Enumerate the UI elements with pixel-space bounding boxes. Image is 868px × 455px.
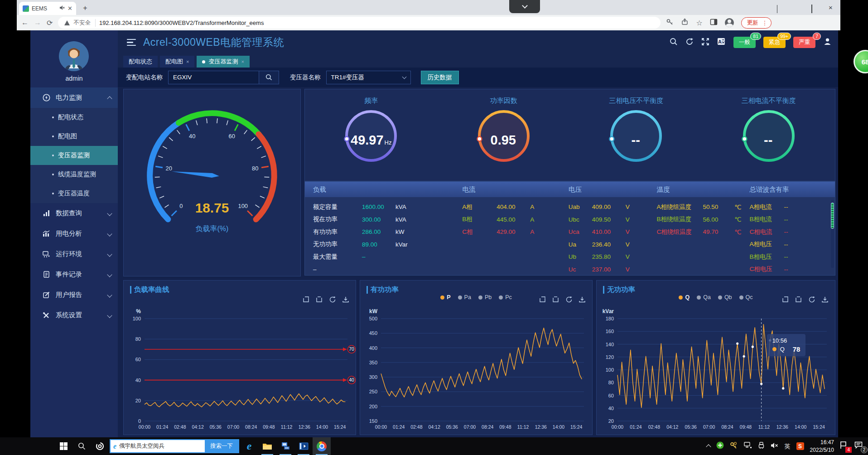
- fullscreen-icon[interactable]: [701, 38, 709, 48]
- search-icon[interactable]: [670, 38, 678, 48]
- svg-text:100: 100: [238, 203, 248, 209]
- tab-search-chevron-button[interactable]: [509, 0, 540, 13]
- station-input[interactable]: [169, 74, 259, 81]
- taskbar-clock[interactable]: 16:47 2022/5/10: [810, 439, 834, 453]
- restore-button[interactable]: [811, 5, 817, 10]
- overlay-counter-badge[interactable]: 68: [854, 50, 868, 73]
- input-language-indicator[interactable]: 英: [785, 442, 791, 450]
- transformer-select[interactable]: TR1#变压器: [326, 71, 411, 84]
- reload-icon[interactable]: ⟳: [47, 19, 53, 27]
- bookmark-star-icon[interactable]: ☆: [696, 19, 702, 27]
- notification-flag-icon[interactable]: 4: [840, 441, 849, 451]
- tab-transformer-monitor[interactable]: 变压器监测×: [197, 56, 249, 68]
- tab-distribution-diagram[interactable]: 配电图×: [160, 56, 194, 68]
- internet-explorer-icon[interactable]: e: [240, 437, 258, 455]
- legend-item-Qb[interactable]: Qb: [718, 294, 732, 300]
- zoom-restore-icon[interactable]: [539, 296, 546, 303]
- badge-count: 7: [813, 33, 821, 40]
- audio-muted-icon[interactable]: [59, 5, 65, 12]
- legend-item-P[interactable]: P: [440, 294, 450, 300]
- sidebar-item-transformer-temperature[interactable]: 变压器温度: [30, 184, 118, 203]
- alarm-badge-urgent[interactable]: 紧急99+: [763, 37, 786, 48]
- refresh-icon[interactable]: [565, 296, 573, 303]
- alarm-badge-critical[interactable]: 严重7: [793, 37, 815, 48]
- sidebar-item-operating-environment[interactable]: 运行环境: [30, 244, 118, 264]
- sidebar-item-cable-temperature[interactable]: 线缆温度监测: [30, 165, 118, 184]
- chrome-update-button[interactable]: 更新 ⋮: [741, 17, 772, 29]
- legend-item-Q[interactable]: Q: [679, 294, 690, 300]
- cortana-icon[interactable]: [91, 437, 109, 455]
- sogou-input-icon[interactable]: S: [796, 442, 804, 450]
- user-avatar[interactable]: [59, 41, 89, 71]
- table-row: –: [313, 263, 454, 276]
- sidebar-item-user-report[interactable]: 用户报告: [30, 285, 118, 305]
- chrome-icon[interactable]: [313, 437, 331, 455]
- usb-icon[interactable]: [758, 442, 765, 451]
- data-view-icon[interactable]: [552, 296, 559, 303]
- minimize-button[interactable]: [794, 5, 800, 10]
- legend-item-Qa[interactable]: Qa: [697, 294, 711, 300]
- back-icon[interactable]: ←: [21, 19, 29, 27]
- sidebar-item-event-log[interactable]: 事件记录: [30, 264, 118, 285]
- sidebar-item-consumption-analysis[interactable]: 用电分析: [30, 223, 118, 244]
- sidebar-item-distribution-diagram[interactable]: 配电图: [30, 127, 118, 146]
- user-icon[interactable]: [823, 37, 832, 48]
- table-row: Ub235.80V: [569, 251, 649, 263]
- refresh-icon[interactable]: [808, 296, 815, 303]
- antivirus-icon[interactable]: [716, 441, 724, 451]
- zoom-restore-icon[interactable]: [782, 296, 789, 303]
- profile-avatar-icon[interactable]: [725, 18, 734, 27]
- tray-expand-icon[interactable]: [706, 444, 711, 449]
- download-icon[interactable]: [579, 296, 586, 303]
- search-go-button[interactable]: 搜索一下: [205, 440, 238, 452]
- sidebar-item-power-monitoring[interactable]: 电力监测: [30, 87, 118, 108]
- download-icon[interactable]: [342, 296, 349, 303]
- legend-item-Qc[interactable]: Qc: [739, 294, 753, 300]
- data-view-icon[interactable]: [795, 296, 802, 303]
- start-button[interactable]: [54, 437, 72, 455]
- tab-close-icon[interactable]: ✕: [68, 5, 72, 11]
- new-tab-button[interactable]: +: [80, 4, 90, 14]
- url-input[interactable]: 不安全 192.168.204.112:8090/3000WEBV2/Trans…: [58, 17, 661, 29]
- history-data-button[interactable]: 历史数据: [421, 71, 459, 84]
- translate-icon[interactable]: A: [717, 38, 726, 48]
- share-icon[interactable]: [681, 18, 689, 28]
- legend-item-Pa[interactable]: Pa: [458, 294, 471, 300]
- refresh-icon[interactable]: [329, 296, 336, 303]
- tab-distribution-status[interactable]: 配电状态: [123, 56, 158, 68]
- download-icon[interactable]: [821, 296, 829, 303]
- close-icon[interactable]: ×: [186, 59, 189, 64]
- taskbar-search-icon[interactable]: [72, 437, 91, 455]
- keys-icon[interactable]: [730, 442, 738, 451]
- zoom-restore-icon[interactable]: [303, 296, 310, 303]
- close-button[interactable]: ×: [829, 5, 834, 10]
- legend-item-Pb[interactable]: Pb: [478, 294, 492, 300]
- side-panel-icon[interactable]: [710, 18, 718, 28]
- refresh-icon[interactable]: [685, 38, 694, 48]
- password-key-icon[interactable]: [666, 18, 674, 28]
- action-center-icon[interactable]: 2: [854, 441, 863, 451]
- close-icon[interactable]: ×: [241, 59, 244, 64]
- search-button[interactable]: [259, 71, 279, 84]
- file-explorer-icon[interactable]: [258, 437, 276, 455]
- svg-text:450: 450: [369, 330, 377, 336]
- video-player-icon[interactable]: [294, 437, 313, 455]
- hamburger-menu-icon[interactable]: [127, 37, 136, 48]
- forward-icon[interactable]: →: [34, 19, 41, 27]
- kebab-menu-icon[interactable]: ⋮: [762, 19, 768, 26]
- data-view-icon[interactable]: [316, 296, 323, 303]
- sidebar-item-system-settings[interactable]: 系统设置: [30, 305, 118, 325]
- sidebar-item-transformer-monitor[interactable]: 变压器监测: [30, 146, 118, 165]
- network-icon[interactable]: [744, 442, 752, 450]
- svg-text:08:24: 08:24: [721, 424, 733, 430]
- legend-item-Pc[interactable]: Pc: [499, 294, 512, 300]
- alarm-badge-normal[interactable]: 一般81: [733, 37, 756, 48]
- scrollbar-thumb[interactable]: [831, 203, 834, 229]
- volume-muted-icon[interactable]: [771, 442, 779, 450]
- window-menu-chevron[interactable]: [777, 5, 782, 10]
- sidebar-item-data-query[interactable]: 数据查询: [30, 203, 118, 223]
- fax-device-icon[interactable]: [276, 437, 294, 455]
- sidebar-item-distribution-status[interactable]: 配电状态: [30, 108, 118, 127]
- browser-tab[interactable]: EEMS ✕: [19, 2, 76, 15]
- taskbar-search-box[interactable]: e 俄宇航员太空阅兵 搜索一下: [110, 439, 239, 453]
